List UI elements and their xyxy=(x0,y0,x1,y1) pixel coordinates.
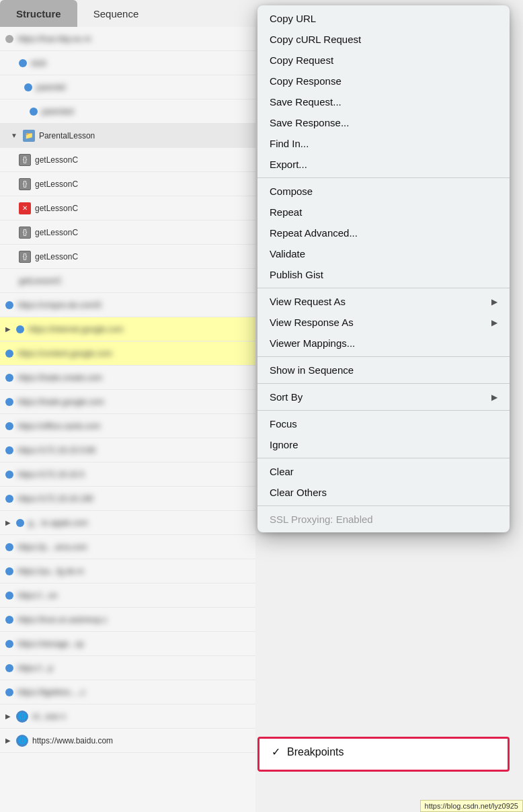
dot-icon xyxy=(5,301,13,309)
list-item[interactable]: https://hue.hbp.eu m xyxy=(0,27,255,51)
menu-item-label: Ignore xyxy=(270,439,298,450)
triangle-icon: ▶ xyxy=(5,737,11,744)
list-item[interactable]: ▶ g... to apple.com xyxy=(0,511,255,535)
menu-item-label: Save Response... xyxy=(270,117,349,128)
menu-item-sort-by[interactable]: Sort By ▶ xyxy=(257,387,510,407)
menu-section-show: Show in Sequence xyxy=(257,357,510,384)
json-icon: {} xyxy=(19,178,31,190)
list-area: https://hue.hbp.eu m stub parentel paren… xyxy=(0,27,255,812)
tab-sequence[interactable]: Sequence xyxy=(77,0,155,27)
list-item[interactable]: ▶ 🌐 https://www.baidu.com xyxy=(0,729,255,753)
menu-item-copy-url[interactable]: Copy URL xyxy=(257,8,510,29)
menu-item-clear-others[interactable]: Clear Others xyxy=(257,482,510,503)
dot-icon xyxy=(5,471,13,479)
menu-item-label: Copy URL xyxy=(270,13,316,24)
triangle-icon: ▶ xyxy=(5,325,11,333)
menu-item-validate[interactable]: Validate xyxy=(257,243,510,264)
menu-item-repeat-advanced[interactable]: Repeat Advanced... xyxy=(257,222,510,243)
list-item[interactable]: ✕ getLessonC xyxy=(0,196,255,220)
row-url: https://172.19.15.5:80 xyxy=(17,446,250,455)
row-url: getLessonC xyxy=(35,204,250,213)
dot-icon xyxy=(5,35,13,43)
list-item[interactable]: https://yu...fg.de.m xyxy=(0,559,255,583)
menu-item-view-response-as[interactable]: View Response As ▶ xyxy=(257,312,510,333)
url-bar: https://blog.csdn.net/lyz0925 xyxy=(420,800,523,812)
list-item[interactable]: https://trade.create.com xyxy=(0,366,255,390)
menu-item-label: Viewer Mappings... xyxy=(270,337,355,349)
list-item[interactable]: https://172.19.15.5:80 xyxy=(0,438,255,462)
menu-item-copy-curl[interactable]: Copy cURL Request xyxy=(257,29,510,50)
menu-item-viewer-mappings[interactable]: Viewer Mappings... xyxy=(257,333,510,354)
tab-structure-label: Structure xyxy=(16,8,61,19)
list-item-group[interactable]: ▼ 📁 ParentalLesson xyxy=(0,124,255,148)
list-item[interactable]: https://...p xyxy=(0,656,255,680)
row-url: https://trade.google.com xyxy=(17,397,250,407)
tab-sequence-label: Sequence xyxy=(93,8,139,19)
list-item[interactable]: stub xyxy=(0,51,255,75)
list-item[interactable]: {} getLessonC xyxy=(0,220,255,245)
list-item[interactable]: ▶ https://internet.google.com xyxy=(0,317,255,341)
menu-section-compose: Compose Repeat Repeat Advanced... Valida… xyxy=(257,178,510,288)
dot-icon xyxy=(16,325,24,333)
row-url: g... to apple.com xyxy=(28,518,250,528)
menu-item-ignore[interactable]: Ignore xyxy=(257,434,510,455)
menu-item-save-response[interactable]: Save Response... xyxy=(257,112,510,133)
menu-item-publish-gist[interactable]: Publish Gist xyxy=(257,264,510,285)
list-item[interactable]: https://...on xyxy=(0,583,255,608)
row-url: getLessonC xyxy=(35,179,250,189)
menu-section-view: View Request As ▶ View Response As ▶ Vie… xyxy=(257,288,510,357)
list-item[interactable]: https://crispre.de.com/0 xyxy=(0,293,255,317)
menu-item-copy-response[interactable]: Copy Response xyxy=(257,71,510,91)
menu-item-focus[interactable]: Focus xyxy=(257,413,510,434)
list-item[interactable]: parentel xyxy=(0,75,255,99)
menu-item-find-in[interactable]: Find In... xyxy=(257,133,510,154)
list-item[interactable]: {} getLessonC xyxy=(0,172,255,196)
row-url: https://yu...fg.de.m xyxy=(17,567,250,576)
menu-item-label: Publish Gist xyxy=(270,269,323,280)
list-item[interactable]: https://ligettres.....c xyxy=(0,680,255,704)
menu-item-label: Repeat Advanced... xyxy=(270,227,358,239)
menu-item-copy-request[interactable]: Copy Request xyxy=(257,50,510,71)
list-item[interactable]: {} getLessonC xyxy=(0,148,255,172)
menu-item-view-request-as[interactable]: View Request As ▶ xyxy=(257,291,510,312)
list-item[interactable]: https://storage...xp xyxy=(0,632,255,656)
dot-icon xyxy=(5,640,13,648)
dot-icon xyxy=(5,616,13,624)
dot-icon xyxy=(30,108,38,116)
menu-item-show-in-sequence[interactable]: Show in Sequence xyxy=(257,360,510,380)
tab-structure[interactable]: Structure xyxy=(0,0,77,27)
dot-icon xyxy=(5,543,13,551)
menu-item-export[interactable]: Export... xyxy=(257,154,510,175)
dot-icon xyxy=(5,446,13,454)
list-item[interactable]: parented xyxy=(0,99,255,124)
menu-item-label: View Request As xyxy=(270,296,346,307)
menu-item-clear[interactable]: Clear xyxy=(257,461,510,482)
list-item[interactable]: getLessonC xyxy=(0,269,255,293)
json-icon: {} xyxy=(19,154,31,166)
list-item[interactable]: https://content.google.com xyxy=(0,341,255,366)
list-item[interactable]: https://172.19.16.5 xyxy=(0,462,255,487)
list-item[interactable]: https://trade.google.com xyxy=(0,390,255,414)
list-item[interactable]: {} getLessonC xyxy=(0,245,255,269)
list-item[interactable]: https://office.cards.com xyxy=(0,414,255,438)
menu-item-label: Export... xyxy=(270,159,307,170)
row-url: https://trade.create.com xyxy=(17,373,250,382)
menu-item-breakpoints[interactable]: ✓ Breakpoints xyxy=(259,739,508,765)
row-url: https://ligettres.....c xyxy=(17,688,250,697)
row-url: https://crispre.de.com/0 xyxy=(17,300,250,310)
row-url: https://internet.google.com xyxy=(28,325,250,334)
list-item[interactable]: ▶ 🌐 nt...ese n xyxy=(0,704,255,729)
breakpoints-section: ✓ Breakpoints xyxy=(257,737,510,772)
menu-item-compose[interactable]: Compose xyxy=(257,181,510,202)
list-item[interactable]: https://172.19.16.190 xyxy=(0,487,255,511)
row-url: nt...ese n xyxy=(32,712,250,721)
list-item[interactable]: https://p... arra.com xyxy=(0,535,255,559)
menu-item-label: Clear xyxy=(270,466,294,477)
row-url: https://office.cards.com xyxy=(17,421,250,431)
row-url: https://storage...xp xyxy=(17,639,250,649)
list-item[interactable]: https://true.un.autoreup.c xyxy=(0,608,255,632)
url-text: https://blog.csdn.net/lyz0925 xyxy=(425,802,518,810)
menu-item-save-request[interactable]: Save Request... xyxy=(257,91,510,112)
menu-item-repeat[interactable]: Repeat xyxy=(257,202,510,222)
dot-icon xyxy=(5,398,13,406)
